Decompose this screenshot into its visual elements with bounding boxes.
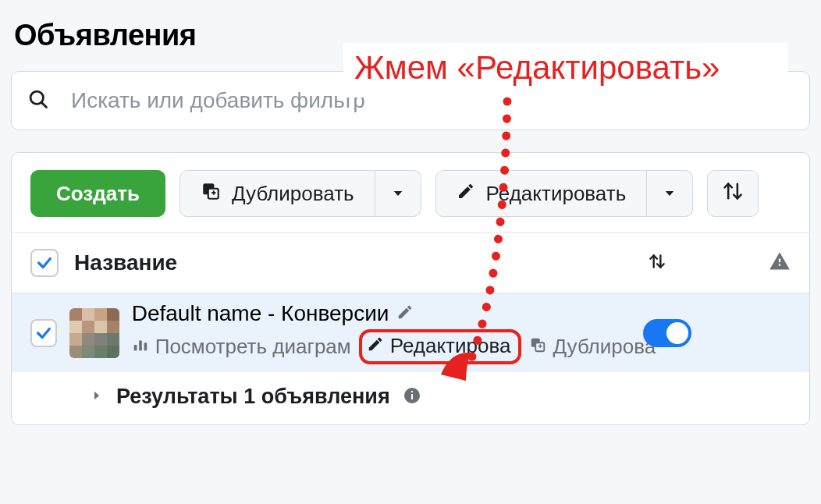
row-duplicate-label: Дублирова bbox=[553, 335, 656, 359]
ab-test-icon bbox=[722, 180, 744, 208]
edit-dropdown[interactable] bbox=[647, 170, 693, 217]
ads-panel: Создать Дублировать bbox=[11, 152, 810, 425]
search-icon bbox=[27, 88, 49, 113]
duplicate-button-label: Дублировать bbox=[232, 182, 354, 206]
row-toggle[interactable] bbox=[643, 319, 691, 347]
svg-line-1 bbox=[41, 102, 46, 107]
svg-rect-5 bbox=[213, 190, 215, 194]
results-label: Результаты 1 объявления bbox=[116, 385, 390, 409]
ad-thumbnail bbox=[69, 308, 119, 358]
duplicate-button-group: Дублировать bbox=[179, 170, 421, 217]
row-checkbox[interactable] bbox=[30, 319, 57, 347]
results-summary[interactable]: Результаты 1 объявления bbox=[12, 372, 809, 424]
edit-button-group: Редактировать bbox=[435, 170, 694, 217]
chevron-down-icon bbox=[391, 182, 405, 206]
svg-rect-10 bbox=[133, 345, 137, 350]
svg-rect-18 bbox=[411, 394, 413, 399]
svg-rect-12 bbox=[144, 343, 147, 350]
duplicate-button[interactable]: Дублировать bbox=[179, 170, 375, 217]
svg-rect-16 bbox=[540, 344, 541, 348]
create-button-label: Создать bbox=[56, 182, 140, 206]
sort-icon[interactable] bbox=[647, 251, 667, 275]
pencil-icon bbox=[457, 182, 475, 206]
duplicate-icon bbox=[201, 181, 221, 207]
create-button[interactable]: Создать bbox=[30, 170, 165, 217]
row-title: Default name - Конверсии bbox=[132, 301, 389, 326]
pencil-icon bbox=[367, 334, 384, 358]
pencil-icon[interactable] bbox=[396, 303, 414, 324]
info-icon[interactable] bbox=[403, 386, 421, 408]
svg-rect-19 bbox=[411, 391, 413, 392]
annotation-callout: Жмем «Редактировать» bbox=[343, 43, 788, 98]
table-header: Название bbox=[12, 233, 809, 293]
row-edit-label: Редактирова bbox=[390, 334, 511, 358]
view-chart-label: Посмотреть диаграм bbox=[155, 335, 351, 359]
select-all-checkbox[interactable] bbox=[30, 249, 59, 277]
chevron-right-icon bbox=[90, 389, 104, 406]
table-row[interactable]: Default name - Конверсии Посмотреть диаг… bbox=[12, 293, 809, 372]
ab-test-button[interactable] bbox=[707, 170, 759, 217]
column-header-name[interactable]: Название bbox=[74, 250, 177, 275]
duplicate-icon bbox=[529, 335, 546, 359]
view-chart-action[interactable]: Посмотреть диаграм bbox=[132, 335, 351, 359]
row-content: Default name - Конверсии Посмотреть диаг… bbox=[132, 301, 618, 364]
warning-icon bbox=[769, 250, 791, 275]
chevron-down-icon bbox=[663, 182, 677, 206]
svg-rect-11 bbox=[139, 341, 142, 351]
bars-icon bbox=[132, 335, 149, 359]
row-edit-action[interactable]: Редактирова bbox=[359, 329, 522, 364]
row-duplicate-action[interactable]: Дублирова bbox=[529, 335, 656, 359]
edit-button[interactable]: Редактировать bbox=[435, 170, 648, 217]
toolbar: Создать Дублировать bbox=[12, 153, 809, 233]
duplicate-dropdown[interactable] bbox=[375, 170, 421, 217]
edit-button-label: Редактировать bbox=[486, 182, 627, 206]
